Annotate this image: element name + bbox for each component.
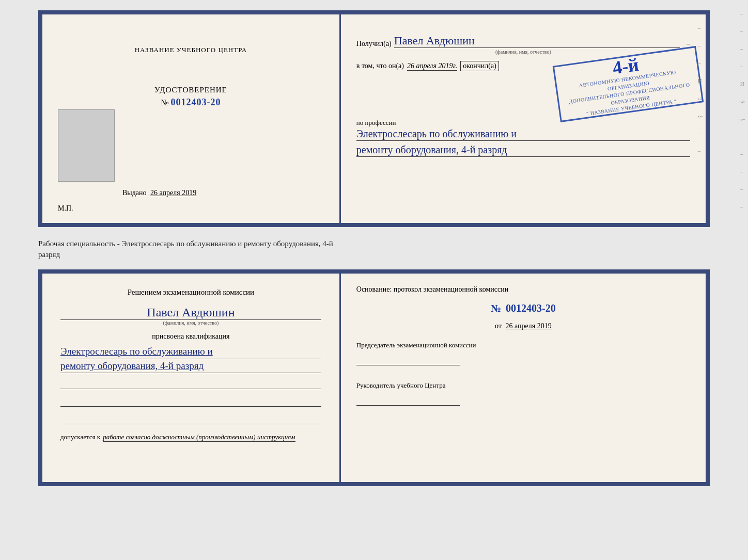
cert-number: 0012403-20 xyxy=(171,97,221,108)
vtom-prefix: в том, что он(а) xyxy=(356,62,404,70)
person-sublabel: (фамилия, имя, отчество) xyxy=(60,320,321,326)
top-doc-right: Получил(а) Павел Авдюшин – (фамилия, имя… xyxy=(341,14,706,223)
assigned-label: присвоена квалификация xyxy=(60,332,321,341)
issued-label: Выдано xyxy=(122,189,147,197)
qualification-value2: ремонту оборудования, 4-й разряд xyxy=(60,359,321,374)
mp-label: М.П. xyxy=(58,204,73,213)
head-label: Руководитель учебного Центра xyxy=(356,381,690,390)
osnование-text: Основание: протокол экзаменационной коми… xyxy=(356,284,690,295)
top-document: НАЗВАНИЕ УЧЕБНОГО ЦЕНТРА УДОСТОВЕРЕНИЕ №… xyxy=(38,10,710,227)
cert-prefix: № xyxy=(161,98,168,107)
recipient-prefix: Получил(а) xyxy=(356,40,392,48)
recipient-line: Получил(а) Павел Авдюшин – xyxy=(356,35,690,48)
separator-text: Рабочая специальность - Электрослесарь п… xyxy=(38,239,333,248)
person-name: Павел Авдюшин xyxy=(60,305,321,321)
stamp: 4-й АВТОНОМНУЮ НЕКОММЕРЧЕСКУЮ ОРГАНИЗАЦИ… xyxy=(553,46,704,122)
head-sig-line xyxy=(356,393,460,406)
protocol-number: № 0012403-20 xyxy=(356,302,690,314)
qualification-section: Электрослесарь по обслуживанию и ремонту… xyxy=(60,345,321,373)
profession-value1: Электрослесарь по обслуживанию и xyxy=(356,127,690,141)
commission-title: Решением экзаменационной комиссии xyxy=(60,286,321,298)
recipient-section: Получил(а) Павел Авдюшин – (фамилия, имя… xyxy=(356,30,690,55)
issued-line: Выдано 26 апреля 2019 xyxy=(122,189,196,197)
person-section: Павел Авдюшин (фамилия, имя, отчество) xyxy=(60,302,321,326)
blank-line-3 xyxy=(60,414,321,424)
top-doc-left: НАЗВАНИЕ УЧЕБНОГО ЦЕНТРА УДОСТОВЕРЕНИЕ №… xyxy=(42,14,341,223)
head-block: Руководитель учебного Центра xyxy=(356,381,690,406)
separator-label: Рабочая специальность - Электрослесарь п… xyxy=(38,235,710,261)
bottom-doc-left: Решением экзаменационной комиссии Павел … xyxy=(42,274,341,482)
bottom-doc-right: Основание: протокол экзаменационной коми… xyxy=(341,274,706,482)
photo-placeholder xyxy=(58,109,115,182)
cert-label: УДОСТОВЕРЕНИЕ xyxy=(154,86,227,94)
chairman-label: Председатель экзаменационной комиссии xyxy=(356,341,690,350)
chairman-sig-line xyxy=(356,353,460,365)
vtom-date: 26 апреля 2019г. xyxy=(407,62,457,71)
qualification-value1: Электрослесарь по обслуживанию и xyxy=(60,345,321,359)
protocol-num: 0012403-20 xyxy=(506,302,556,314)
ot-date: 26 апреля 2019 xyxy=(506,322,552,330)
dopusk-prefix: допускается к xyxy=(60,433,100,441)
ot-line: от 26 апреля 2019 xyxy=(356,322,690,330)
chairman-block: Председатель экзаменационной комиссии xyxy=(356,341,690,365)
separator-text2: разряд xyxy=(38,250,60,259)
ot-prefix: от xyxy=(495,322,502,330)
bottom-right-edge-marks: – – – – И ›а ‹– – – – – – xyxy=(740,10,745,210)
dopusk-value: работе согласно должностным (производств… xyxy=(103,433,295,442)
protocol-prefix: № xyxy=(491,302,501,314)
bottom-document: Решением экзаменационной комиссии Павел … xyxy=(38,269,710,486)
top-center-title: НАЗВАНИЕ УЧЕБНОГО ЦЕНТРА xyxy=(135,45,247,55)
issued-date: 26 апреля 2019 xyxy=(150,189,196,197)
right-edge-marks: – – – И ›а ‹– – – xyxy=(698,25,703,154)
profession-block: по профессии Электрослесарь по обслужива… xyxy=(356,119,690,157)
profession-value2: ремонту оборудования, 4-й разряд xyxy=(356,143,690,157)
okoncil-label: окончил(а) xyxy=(460,61,499,71)
recipient-name: Павел Авдюшин xyxy=(394,35,680,48)
cert-number-block: УДОСТОВЕРЕНИЕ № 0012403-20 xyxy=(154,86,227,108)
blank-line-2 xyxy=(60,396,321,407)
dopusk-line: допускается к работе согласно должностны… xyxy=(60,433,321,442)
blank-line-1 xyxy=(60,379,321,389)
profession-label: по профессии xyxy=(356,119,690,127)
